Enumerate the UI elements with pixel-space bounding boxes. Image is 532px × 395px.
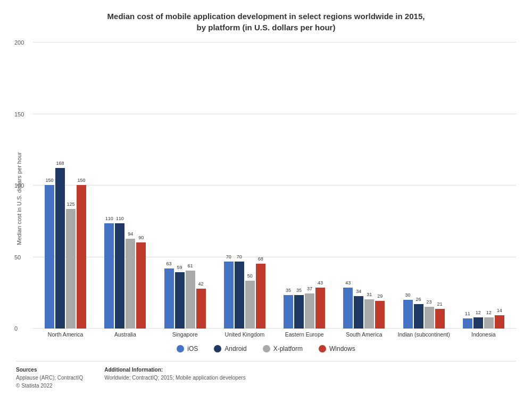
bar-wrapper: 23 — [425, 307, 434, 329]
bar: 110 — [104, 223, 114, 329]
bar-value-label: 110 — [105, 216, 113, 221]
legend-label: Windows — [329, 345, 355, 352]
legend-color — [214, 345, 221, 352]
bar: 35 — [294, 295, 304, 329]
bar-wrapper: 30 — [403, 300, 413, 329]
sources-title: Sources — [16, 366, 83, 374]
grid-label: 100 — [14, 182, 24, 189]
bar: 14 — [495, 315, 504, 329]
legend: iOSAndroidX-platformWindows — [16, 345, 516, 352]
bar: 30 — [403, 300, 413, 329]
bar-value-label: 61 — [188, 263, 193, 268]
grid-label: 200 — [14, 39, 24, 46]
bar-value-label: 70 — [237, 254, 242, 259]
bar: 34 — [354, 296, 363, 329]
bar-value-label: 21 — [437, 301, 443, 307]
bar: 50 — [245, 281, 255, 329]
bar-value-label: 63 — [167, 261, 172, 266]
bar-value-label: 125 — [67, 201, 75, 207]
bar-wrapper: 50 — [245, 281, 255, 329]
bar: 150 — [77, 185, 86, 329]
bar: 110 — [115, 223, 124, 329]
x-axis-label: Indian (subcontinent) — [394, 331, 454, 339]
bar-value-label: 59 — [177, 265, 182, 270]
sources-text: Applause (ARC); ContractIQ© Statista 202… — [16, 374, 83, 390]
bar-wrapper: 110 — [115, 223, 124, 329]
legend-color — [263, 345, 270, 352]
bar: 168 — [55, 168, 65, 329]
bar-value-label: 94 — [128, 231, 133, 237]
bar-value-label: 42 — [198, 281, 204, 287]
bar-wrapper: 168 — [55, 168, 65, 329]
chart-title: Median cost of mobile application develo… — [16, 11, 516, 33]
bar-value-label: 12 — [476, 310, 481, 315]
bar: 70 — [224, 262, 234, 329]
bar-value-label: 43 — [345, 280, 351, 285]
bar: 90 — [136, 242, 146, 329]
bar-value-label: 12 — [486, 310, 492, 315]
region-group: 43343129 — [334, 288, 394, 329]
bar-wrapper: 42 — [196, 289, 206, 329]
bar: 42 — [196, 289, 206, 329]
bar: 35 — [284, 295, 293, 329]
bar-wrapper: 59 — [175, 272, 185, 329]
x-axis-label: United Kingdom — [215, 331, 275, 339]
sources-section: Sources Applause (ARC); ContractIQ© Stat… — [16, 361, 516, 390]
bar: 12 — [484, 317, 494, 329]
bar: 43 — [343, 288, 353, 329]
legend-color — [319, 345, 326, 352]
bar: 26 — [414, 304, 423, 329]
bar: 29 — [375, 301, 385, 329]
bar-value-label: 150 — [78, 178, 86, 183]
bar-value-label: 37 — [307, 286, 312, 291]
bar-value-label: 68 — [258, 256, 263, 262]
bar-wrapper: 14 — [495, 315, 504, 329]
bar-wrapper: 31 — [364, 299, 374, 329]
bar-wrapper: 21 — [435, 309, 445, 329]
bar-value-label: 168 — [56, 161, 64, 166]
plot-area: 0501001502001501681251501101109490635961… — [33, 43, 516, 329]
legend-item: Windows — [319, 345, 355, 352]
legend-item: X-platform — [263, 345, 303, 352]
chart-container: Median cost of mobile application develo… — [0, 0, 532, 395]
bar-value-label: 31 — [367, 292, 372, 297]
region-group: 63596142 — [155, 268, 215, 329]
bar-wrapper: 94 — [126, 239, 135, 329]
bar-wrapper: 35 — [284, 295, 293, 329]
legend-item: iOS — [177, 345, 198, 352]
region-group: 11121214 — [454, 315, 513, 329]
x-axis-label: Indonesia — [454, 331, 513, 339]
chart-inner: 0501001502001501681251501101109490635961… — [28, 43, 516, 339]
y-axis-label: Median cost in U.S. dollars per hour — [16, 43, 28, 339]
x-axis-labels: North AmericaAustraliaSingaporeUnited Ki… — [33, 331, 516, 339]
bars-container: 1501681251501101109490635961427070506835… — [33, 43, 516, 329]
bar-wrapper: 11 — [463, 318, 472, 329]
bar-value-label: 14 — [497, 308, 502, 313]
bar: 12 — [473, 317, 483, 329]
x-axis-label: Australia — [95, 331, 155, 339]
grid-label: 150 — [14, 111, 24, 117]
bar: 63 — [164, 268, 174, 329]
region-group: 1101109490 — [95, 223, 155, 329]
bar-wrapper: 90 — [136, 242, 146, 329]
bar: 37 — [305, 293, 314, 329]
x-axis-label: South America — [334, 331, 394, 339]
bar: 68 — [256, 264, 265, 329]
bar-value-label: 110 — [116, 216, 124, 221]
sources-right: Additional Information: Worldwide; Contr… — [104, 366, 246, 390]
bar-value-label: 34 — [356, 289, 361, 294]
chart-area: Median cost in U.S. dollars per hour 050… — [16, 43, 516, 339]
additional-text: Worldwide; ContractIQ; 2015; Mobile appl… — [104, 374, 246, 382]
bar-value-label: 150 — [46, 178, 54, 183]
bar: 125 — [66, 209, 76, 329]
legend-label: X-platform — [273, 345, 303, 352]
bar: 21 — [435, 309, 445, 329]
bar-value-label: 50 — [247, 273, 253, 279]
bar-wrapper: 12 — [473, 317, 483, 329]
x-axis-label: Singapore — [155, 331, 215, 339]
bar: 59 — [175, 272, 185, 329]
bar: 70 — [235, 262, 244, 329]
bar: 31 — [364, 299, 374, 329]
bar-value-label: 23 — [427, 299, 432, 305]
bar: 94 — [126, 239, 135, 329]
